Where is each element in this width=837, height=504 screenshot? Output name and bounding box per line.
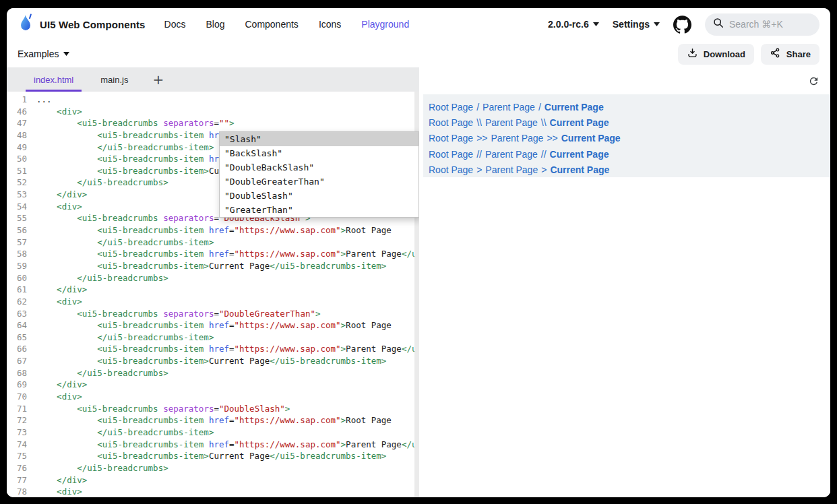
autocomplete-item[interactable]: "BackSlash" — [220, 146, 418, 160]
examples-dropdown[interactable]: Examples — [18, 49, 69, 59]
code-line: 60 </ui5-breadcrumbs> — [7, 272, 414, 284]
main-nav: DocsBlogComponentsIconsPlayground — [164, 19, 410, 30]
code-text: </ui5-breadcrumbs-item> — [36, 142, 214, 152]
line-number: 52 — [7, 177, 27, 189]
nav-link-components[interactable]: Components — [245, 19, 298, 30]
line-number: 63 — [7, 308, 27, 320]
line-number: 78 — [7, 486, 27, 497]
breadcrumb-separator: / — [476, 102, 479, 113]
code-text: <ui5-breadcrumbs separators="DoubleGreat… — [36, 309, 321, 319]
line-number: 65 — [7, 332, 27, 344]
code-text: <div> — [36, 106, 82, 117]
chevron-down-icon — [654, 22, 660, 26]
share-icon — [770, 47, 781, 61]
browser-window: UI5 Web Components DocsBlogComponentsIco… — [7, 8, 830, 497]
breadcrumb: Root Page>Parent Page>Current Page — [429, 162, 830, 177]
breadcrumb-link[interactable]: Root Page — [429, 117, 473, 128]
code-text: </ui5-breadcrumbs> — [36, 177, 168, 187]
nav-link-playground[interactable]: Playground — [361, 19, 409, 30]
line-number: 77 — [7, 474, 27, 486]
line-number: 50 — [7, 153, 27, 165]
breadcrumb-link[interactable]: Parent Page — [485, 149, 538, 160]
download-button[interactable]: Download — [678, 44, 754, 65]
code-text: <ui5-breadcrumbs-item href="https://www.… — [36, 249, 414, 259]
brand-group[interactable]: UI5 Web Components — [18, 13, 146, 35]
code-text: <ui5-breadcrumbs-item href="https://www.… — [36, 225, 392, 235]
code-line: 63 <ui5-breadcrumbs separators="DoubleGr… — [7, 308, 414, 320]
code-line: 66 <ui5-breadcrumbs-item href="https://w… — [7, 343, 414, 355]
line-number: 76 — [7, 462, 27, 474]
code-text: </ui5-breadcrumbs-item> — [36, 332, 214, 342]
code-line: 1... — [7, 94, 414, 106]
tab-index-html[interactable]: index.html — [26, 67, 82, 92]
code-line: 62 <div> — [7, 296, 414, 308]
code-line: 67 <ui5-breadcrumbs-item>Current Page</u… — [7, 355, 414, 367]
breadcrumb-link[interactable]: Root Page — [429, 149, 473, 160]
code-text: <div> — [36, 201, 82, 212]
autocomplete-item[interactable]: "DoubleBackSlash" — [220, 160, 418, 175]
code-line: 57 </ui5-breadcrumbs-item> — [7, 237, 414, 249]
code-editor-pane[interactable]: index.htmlmain.js+ 1...46 <div>47 <ui5-b… — [7, 67, 419, 497]
code-text: <ui5-breadcrumbs separators="DoubleSlash… — [36, 404, 290, 414]
refresh-icon[interactable] — [808, 75, 819, 87]
breadcrumb-separator: >> — [547, 133, 557, 144]
rendered-output: Root Page/Parent Page/Current PageRoot P… — [423, 94, 830, 177]
autocomplete-item[interactable]: "GreaterThan" — [220, 203, 418, 217]
breadcrumb-link[interactable]: Root Page — [429, 102, 473, 113]
github-icon[interactable] — [673, 15, 691, 34]
chevron-down-icon — [593, 22, 599, 26]
line-number: 53 — [7, 189, 27, 201]
breadcrumb-link[interactable]: Parent Page — [485, 117, 538, 128]
code-line: 71 <ui5-breadcrumbs separators="DoubleSl… — [7, 403, 414, 415]
toolbar-actions: Download Share — [678, 44, 819, 65]
breadcrumb-link[interactable]: Parent Page — [483, 102, 535, 113]
share-label: Share — [786, 49, 811, 59]
autocomplete-item[interactable]: "DoubleSlash" — [220, 189, 418, 203]
line-number: 71 — [7, 403, 27, 415]
code-text: </div> — [36, 189, 87, 199]
preview-pane: Root Page/Parent Page/Current PageRoot P… — [419, 67, 830, 497]
code-text: <div> — [36, 296, 82, 307]
code-line: 72 <ui5-breadcrumbs-item href="https://w… — [7, 414, 414, 427]
breadcrumb-link[interactable]: Parent Page — [485, 164, 538, 175]
code-text: </ui5-breadcrumbs> — [36, 368, 168, 378]
code-text: <ui5-breadcrumbs-item href="https://www.… — [36, 320, 392, 330]
settings-dropdown[interactable]: Settings — [613, 19, 660, 30]
line-number: 70 — [7, 391, 27, 403]
line-number: 66 — [7, 343, 27, 355]
nav-link-blog[interactable]: Blog — [206, 19, 224, 30]
code-text: <ui5-breadcrumbs-item href="https://www.… — [36, 439, 414, 449]
search-field[interactable] — [729, 19, 803, 30]
line-number: 1 — [7, 94, 27, 106]
breadcrumb: Root Page/Parent Page/Current Page — [429, 99, 830, 115]
line-number: 68 — [7, 367, 27, 379]
breadcrumb-link[interactable]: Root Page — [429, 164, 473, 175]
code-text: <ui5-breadcrumbs-item>Current Page</ui5-… — [36, 451, 386, 461]
autocomplete-item[interactable]: "Slash" — [220, 132, 418, 146]
autocomplete-item[interactable]: "DoubleGreaterThan" — [220, 175, 418, 189]
breadcrumb-link[interactable]: Parent Page — [491, 133, 544, 144]
line-number: 59 — [7, 260, 27, 272]
code-line: 46 <div> — [7, 106, 414, 118]
code-text: <ui5-breadcrumbs-item>Current Page</ui5-… — [36, 356, 386, 366]
tab-main-js[interactable]: main.js — [92, 67, 136, 92]
settings-label: Settings — [613, 19, 650, 30]
line-number: 49 — [7, 141, 27, 154]
share-button[interactable]: Share — [761, 44, 819, 65]
breadcrumb-separator: // — [541, 149, 547, 160]
new-tab-button[interactable]: + — [147, 67, 169, 92]
line-number: 46 — [7, 106, 27, 118]
nav-link-icons[interactable]: Icons — [319, 19, 341, 30]
search-input[interactable] — [705, 13, 819, 36]
version-label: 2.0.0-rc.6 — [548, 19, 589, 30]
download-icon — [687, 47, 698, 61]
examples-toolbar: Examples Download — [7, 40, 830, 67]
code-line: 58 <ui5-breadcrumbs-item href="https://w… — [7, 248, 414, 260]
nav-link-docs[interactable]: Docs — [164, 19, 186, 30]
code-text: <ui5-breadcrumbs-item href="https://www.… — [36, 415, 392, 425]
autocomplete-popup: "Slash""BackSlash""DoubleBackSlash""Doub… — [219, 131, 419, 218]
code-line: 73 </ui5-breadcrumbs-item> — [7, 427, 414, 439]
code-line: 74 <ui5-breadcrumbs-item href="https://w… — [7, 439, 414, 451]
breadcrumb-link[interactable]: Root Page — [429, 133, 473, 144]
version-dropdown[interactable]: 2.0.0-rc.6 — [548, 19, 599, 30]
